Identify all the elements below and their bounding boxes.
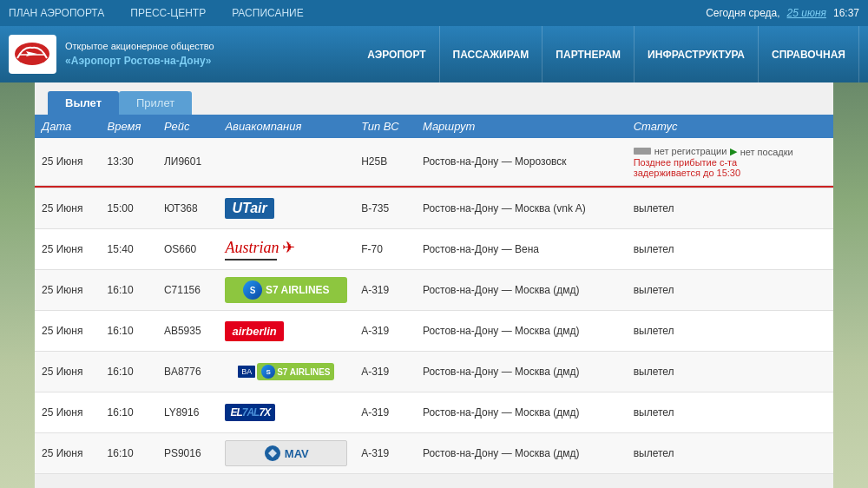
cell-time: 16:10 (101, 352, 157, 392)
airport-bg-right (833, 82, 868, 488)
cell-airline: BA S S7 AIRLINES (218, 352, 354, 392)
elal-logo: EL7AL7X (225, 399, 275, 425)
nav-item-passengers[interactable]: ПАССАЖИРАМ (440, 26, 543, 82)
logo-area: Открытое акционерное общество «Аэропорт … (9, 35, 226, 74)
s7-text: S7 AIRLINES (266, 284, 330, 296)
austrian-logo-text: Austrian ✈ (225, 238, 295, 260)
cell-date: 25 Июня (35, 433, 101, 474)
flights-panel: Вылет Прилет Дата Время Рейс Авиакомпани… (35, 82, 833, 488)
s7-small-circle: S (261, 365, 275, 379)
cell-status: вылетел (627, 188, 833, 229)
airport-logo-svg (13, 39, 52, 69)
nav-schedule[interactable]: РАСПИСАНИЕ (232, 7, 304, 19)
cell-airline: Austrian ✈ (218, 229, 354, 270)
nav-press-center[interactable]: ПРЕСС-ЦЕНТР (130, 7, 206, 19)
departure-arrival-tabs: Вылет Прилет (35, 82, 833, 115)
cell-date: 25 Июня (35, 392, 101, 433)
ba-logo: BA (238, 366, 255, 378)
mav-text: MAV (285, 447, 309, 460)
mav-emblem (264, 445, 281, 462)
table-row: 25 Июня16:10BA8776 BA S S7 AIRLINES A-31… (35, 352, 833, 392)
cell-aircraft: A-319 (354, 433, 416, 474)
nav-item-airport[interactable]: АЭРОПОРТ (354, 26, 439, 82)
no-board-label: нет посадки (740, 147, 793, 157)
cell-aircraft: A-319 (354, 311, 416, 352)
tab-arrival[interactable]: Прилет (119, 91, 192, 115)
date-label: Сегодня среда, (706, 7, 779, 19)
no-reg-icon (634, 148, 651, 155)
nav-item-info[interactable]: СПРАВОЧНАЯ (759, 26, 859, 82)
cell-aircraft: H25B (354, 138, 416, 186)
main-content-area: Вылет Прилет Дата Время Рейс Авиакомпани… (0, 82, 868, 488)
cell-airline: airberlin (218, 311, 354, 352)
logo-icon (9, 35, 56, 74)
cell-aircraft: A-319 (354, 392, 416, 433)
mav-logo: MAV (225, 440, 347, 466)
cell-flight: OS660 (157, 229, 219, 270)
table-row: 25 Июня15:00ЮТ368 UTair B-735Ростов-на-Д… (35, 188, 833, 229)
s7-circle: S (243, 280, 262, 300)
cell-route: Ростов-на-Дону — Москва (дмд) (416, 433, 627, 474)
cell-airline: S S7 AIRLINES (218, 270, 354, 311)
cell-flight: LY8916 (157, 392, 219, 433)
col-route: Маршрут (416, 115, 627, 138)
status-delay-line2: задерживается до 15:30 (634, 168, 826, 178)
cell-airline: UTair (218, 188, 354, 229)
cell-time: 13:30 (101, 138, 157, 186)
cell-date: 25 Июня (35, 270, 101, 311)
table-row: 25 Июня16:10PS9016 MAV A-319Ростов-на-До… (35, 433, 833, 474)
cell-route: Ростов-на-Дону — Москва (дмд) (416, 392, 627, 433)
col-airline: Авиакомпания (218, 115, 354, 138)
status-no-registration: нет регистрации (634, 146, 727, 156)
cell-date: 25 Июня (35, 188, 101, 229)
airport-bg-left (0, 82, 35, 488)
table-row: 25 Июня16:10LY8916 EL7AL7X A-319Ростов-н… (35, 392, 833, 433)
cell-date: 25 Июня (35, 138, 101, 186)
table-header-row: Дата Время Рейс Авиакомпания Тип ВС Марш… (35, 115, 833, 138)
flights-table-wrapper: Дата Время Рейс Авиакомпания Тип ВС Марш… (35, 115, 833, 474)
cell-date: 25 Июня (35, 229, 101, 270)
status-delay-line1: Позднее прибытие с-та (634, 157, 826, 168)
nav-airport-plan[interactable]: ПЛАН АЭРОПОРТА (9, 7, 104, 19)
cell-route: Ростов-на-Дону — Москва (vnk A) (416, 188, 627, 229)
table-row: 25 Июня15:40OS660 Austrian ✈ F-70Ростов-… (35, 229, 833, 270)
utair-logo-text: UTair (225, 198, 273, 219)
cell-airline: EL7AL7X (218, 392, 354, 433)
cell-time: 16:10 (101, 270, 157, 311)
cell-route: Ростов-на-Дону — Москва (дмд) (416, 311, 627, 352)
nav-item-infrastructure[interactable]: ИНФРАСТРУКТУРА (635, 26, 759, 82)
date-value: 25 июня (787, 7, 826, 19)
top-nav-datetime: Сегодня среда, 25 июня 16:37 (706, 7, 859, 19)
austrian-logo: Austrian ✈ (225, 236, 295, 262)
s7-small-text: S7 AIRLINES (277, 367, 330, 377)
top-nav-links: ПЛАН АЭРОПОРТА ПРЕСС-ЦЕНТР РАСПИСАНИЕ (9, 7, 304, 19)
flights-table: Дата Время Рейс Авиакомпания Тип ВС Марш… (35, 115, 833, 474)
logo-text: Открытое акционерное общество «Аэропорт … (65, 40, 214, 68)
cell-date: 25 Июня (35, 311, 101, 352)
cell-flight: BA8776 (157, 352, 219, 392)
tab-departure[interactable]: Вылет (48, 91, 119, 115)
sidebar-left (0, 82, 35, 488)
airberlin-text: airberlin (225, 321, 283, 341)
cell-status: вылетел (627, 229, 833, 270)
nav-item-partners[interactable]: ПАРТНЕРАМ (542, 26, 635, 82)
top-navigation: ПЛАН АЭРОПОРТА ПРЕСС-ЦЕНТР РАСПИСАНИЕ Се… (0, 0, 868, 26)
status-no-boarding: ▶ нет посадки (730, 146, 793, 157)
col-status: Статус (627, 115, 833, 138)
table-row: 25 Июня13:30ЛИ9601H25BРостов-на-Дону — М… (35, 138, 833, 186)
main-navigation: АЭРОПОРТ ПАССАЖИРАМ ПАРТНЕРАМ ИНФРАСТРУК… (226, 26, 859, 82)
cell-route: Ростов-на-Дону — Вена (416, 229, 627, 270)
col-aircraft: Тип ВС (354, 115, 416, 138)
col-time: Время (101, 115, 157, 138)
col-flight: Рейс (157, 115, 219, 138)
cell-time: 16:10 (101, 433, 157, 474)
time-display: 16:37 (833, 7, 859, 19)
cell-aircraft: A-319 (354, 352, 416, 392)
cell-time: 15:00 (101, 188, 157, 229)
cell-status: вылетел (627, 311, 833, 352)
cell-time: 16:10 (101, 392, 157, 433)
elal-text: EL7AL7X (225, 404, 275, 421)
airberlin-logo: airberlin (225, 318, 283, 344)
col-date: Дата (35, 115, 101, 138)
ba-s7-logo: BA S S7 AIRLINES (225, 359, 347, 385)
